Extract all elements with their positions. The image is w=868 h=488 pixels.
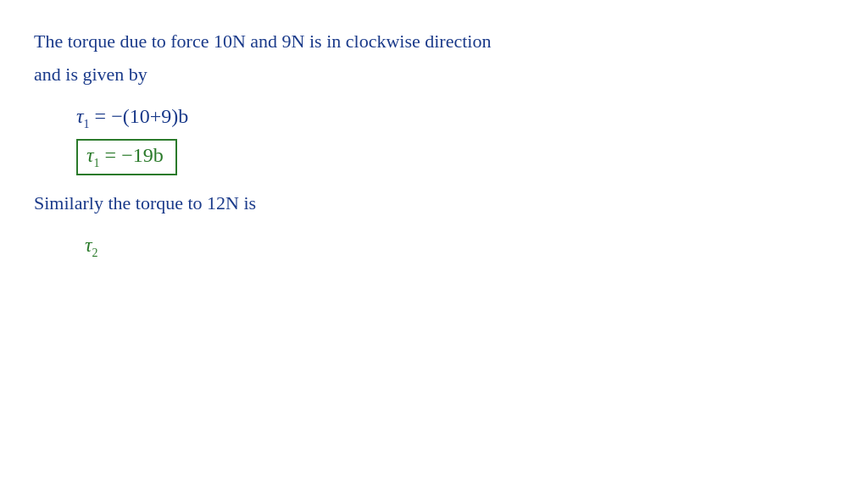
equation-line3: τ1 = −(10+9)b [76, 99, 834, 135]
tau2-subscript: 2 [92, 246, 98, 258]
line1-text: The torque due to force 10N and 9N is in… [34, 25, 834, 57]
boxed-tau-label: τ1 = −19b [86, 144, 164, 166]
page: The torque due to force 10N and 9N is in… [0, 0, 868, 488]
tau2-line: τ2 [85, 228, 834, 263]
line2-text: and is given by [34, 58, 834, 90]
boxed-result: τ1 = −19b [76, 139, 177, 175]
tau2-label: τ [85, 234, 92, 256]
tau1-subscript: 1 [84, 118, 90, 130]
equation-rhs: = −(10+9)b [90, 105, 189, 127]
tau1-label: τ [76, 105, 84, 127]
line5-text: Similarly the torque to 12N is [34, 187, 834, 219]
